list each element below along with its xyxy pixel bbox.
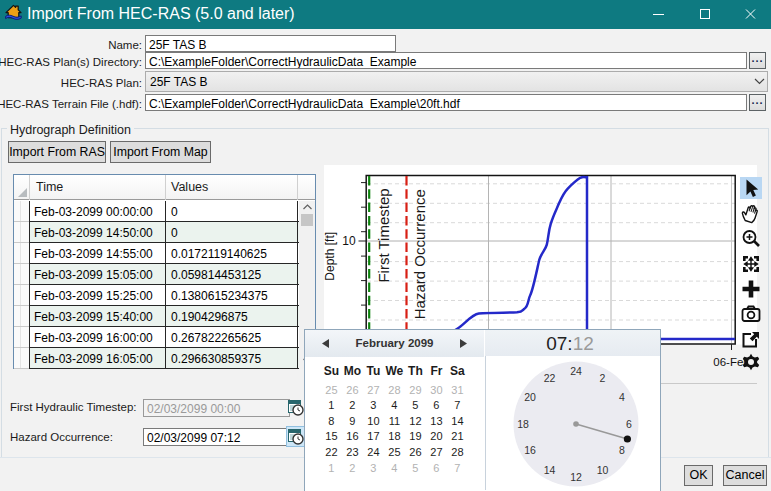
svg-text:22: 22 — [544, 372, 556, 384]
svg-text:2: 2 — [600, 372, 606, 384]
svg-text:20: 20 — [524, 391, 536, 403]
svg-text:24: 24 — [570, 365, 582, 377]
svg-text:10: 10 — [597, 464, 609, 476]
svg-text:14: 14 — [544, 464, 556, 476]
svg-text:18: 18 — [517, 418, 529, 430]
svg-text:Hazard Occurrence: Hazard Occurrence — [412, 189, 429, 319]
svg-text:6: 6 — [626, 418, 632, 430]
svg-text:12: 12 — [570, 471, 582, 483]
svg-text:First Timestep: First Timestep — [375, 188, 392, 282]
svg-text:8: 8 — [619, 444, 625, 456]
svg-text:Depth [ft]: Depth [ft] — [324, 232, 337, 281]
svg-text:10: 10 — [342, 234, 356, 248]
svg-text:4: 4 — [619, 391, 625, 403]
svg-text:16: 16 — [524, 444, 536, 456]
